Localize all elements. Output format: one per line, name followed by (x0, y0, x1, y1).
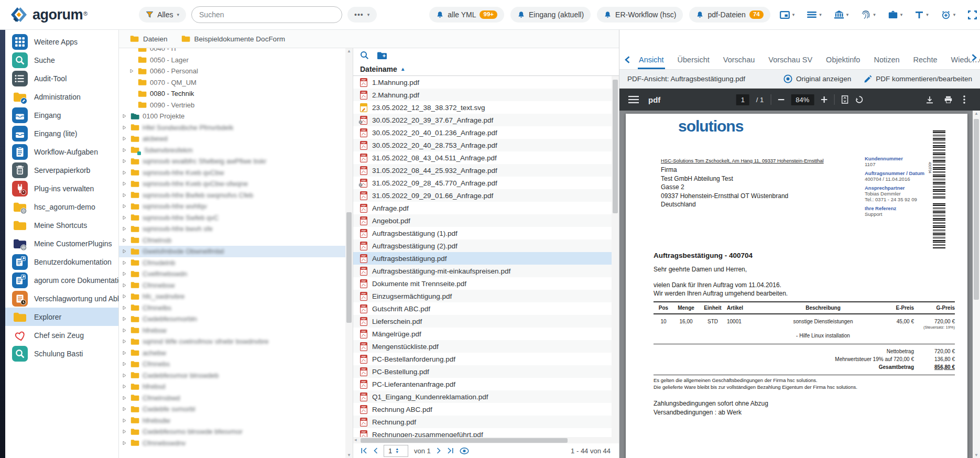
card-button[interactable]: ▾ (780, 11, 795, 19)
expander-icon[interactable] (122, 418, 127, 423)
file-row[interactable]: PDF30.05.2022_20_40_28.753_Anfrage.pdf (353, 139, 612, 151)
file-row[interactable]: PDF31.05.2022_09_28_45.770_Anfrage.pdf (353, 177, 612, 189)
expander-icon[interactable] (122, 283, 127, 288)
tree-item-redacted[interactable]: Cfmelnsbwd (119, 392, 345, 404)
expander-icon[interactable] (122, 384, 127, 389)
file-row[interactable]: PDFAngebot.pdf (353, 214, 612, 227)
tab-vorschau[interactable]: Vorschau (716, 50, 761, 69)
expander-icon[interactable] (122, 396, 127, 400)
pdf-scrollbar[interactable]: ▲ ▼ (973, 111, 980, 458)
alarm-plus-button[interactable]: ▾ (941, 10, 956, 19)
zoom-out-icon[interactable] (778, 99, 784, 101)
path-tab[interactable]: Dateien (123, 30, 175, 48)
sidebar-item-hsc-agorum-demo[interactable]: hsc_agorum-demo (5, 198, 118, 216)
file-row[interactable]: PDF31.05.2022_08_43_04.511_Anfrage.pdf (353, 151, 612, 164)
notification-button[interactable]: pdf-Dateien74 (689, 7, 770, 23)
expander-icon[interactable] (122, 317, 127, 321)
tree-item-redacted[interactable]: sqmnsvb wvalbfrc Sfwlbeig awPfiwe bskr (119, 156, 345, 167)
tree-item-redacted[interactable]: sqmnsvb-hfre Bwfeb swqmofvs Cfeb (119, 190, 345, 201)
tabs-scroll-left-icon[interactable] (623, 56, 632, 63)
file-row[interactable]: PDFMängelrüge.pdf (353, 328, 612, 340)
expander-icon[interactable] (122, 441, 127, 445)
file-row[interactable]: PDFAuftragsbestätigung (2).pdf (353, 239, 612, 252)
next-page-button[interactable] (437, 448, 441, 454)
expander-icon[interactable] (122, 136, 127, 141)
previous-page-button[interactable] (373, 448, 378, 454)
tree-item-redacted[interactable]: Sdwnvbresfekm (119, 145, 345, 156)
expander-icon[interactable] (122, 226, 127, 231)
tree-item[interactable]: 0100 Projekte (119, 111, 345, 122)
rotate-icon[interactable] (855, 95, 863, 104)
sidebar-item-meine-shortcuts[interactable]: Meine Shortcuts (5, 216, 118, 234)
tree-item-redacted[interactable]: hfrebsd (119, 381, 345, 392)
expander-icon[interactable] (122, 373, 127, 378)
file-row[interactable]: PDFEinzugsermächtigung.pdf (353, 290, 612, 302)
briefcase-button[interactable]: ▾ (888, 10, 903, 19)
search-input[interactable] (191, 6, 342, 23)
file-row[interactable]: PDFAuftragsbestätigung.pdf (353, 252, 612, 265)
expander-icon[interactable] (122, 328, 127, 333)
tree-item-redacted[interactable]: sqmnsvb-hfre Kveb qvCbw-sfwqne (119, 178, 345, 190)
search-filter-button[interactable]: Alles ▾ (139, 7, 186, 23)
expander-icon[interactable] (122, 181, 127, 186)
sidebar-item-weitere-apps[interactable]: Weitere Apps (5, 32, 118, 51)
tree-item-redacted[interactable]: Cfmnebs (119, 358, 345, 370)
tree-item-redacted[interactable]: sqmnsvb-hfre Swfeb qvC (119, 212, 345, 224)
file-row[interactable]: PDFRechnung ABC.pdf (353, 403, 612, 416)
expander-icon[interactable] (122, 306, 127, 310)
tree-scrollbar[interactable]: ▲ ▼ (345, 48, 353, 458)
sidebar-item-serverpapierkorb[interactable]: Serverpapierkorb (5, 161, 118, 179)
expander-icon[interactable] (122, 339, 127, 344)
file-row[interactable]: PDFQ1_Eingang_Kundenreklamation.pdf (353, 390, 612, 403)
path-tab[interactable]: Beispieldokumente DocForm (175, 30, 292, 48)
expander-icon[interactable] (129, 69, 135, 73)
fullscreen-button[interactable]: ▾ (968, 10, 980, 19)
expander-icon[interactable] (122, 351, 127, 355)
expander-icon[interactable] (122, 125, 127, 130)
tree-item-redacted[interactable]: alcbewd (119, 133, 345, 145)
expander-icon[interactable] (122, 271, 127, 276)
tab-vorschau-sv[interactable]: Vorschau SV (761, 50, 819, 69)
sidebar-item-chef-sein-zeug[interactable]: Chef sein Zeug (5, 326, 118, 344)
file-row[interactable]: PDFAnfrage.pdf (353, 202, 612, 214)
zoom-in-icon[interactable] (821, 96, 827, 103)
zoom-level[interactable]: 84% (791, 94, 814, 105)
list-lines-button[interactable]: ▾ (807, 11, 822, 18)
expander-icon[interactable] (122, 148, 127, 152)
sidebar-item-benutzerdokumentation[interactable]: Benutzerdokumentation (5, 253, 118, 271)
tab-objektinfo[interactable]: Objektinfo (819, 50, 867, 69)
tree-item-redacted[interactable]: hfrebsw (119, 325, 345, 336)
expander-icon[interactable] (122, 159, 127, 163)
expander-icon[interactable] (122, 215, 127, 220)
file-row[interactable]: PDF1.Mahnung.pdf (353, 76, 612, 89)
file-row[interactable]: PDFGutschrift ABC.pdf (353, 302, 612, 315)
sidebar-item-explorer[interactable]: Explorer (5, 308, 118, 326)
notification-button[interactable]: ER-Workflow (hsc) (597, 7, 683, 23)
watch-view-icon[interactable] (460, 448, 469, 454)
expander-icon[interactable] (122, 407, 127, 411)
notification-button[interactable]: Eingang (aktuell) (510, 7, 591, 23)
last-page-button[interactable] (447, 448, 454, 454)
sidebar-item-workflow-aufgaben[interactable]: Workflow-Aufgaben (5, 143, 118, 161)
search-icon[interactable] (360, 51, 369, 60)
file-row[interactable]: PDF31.05.2022_09_29_01.66_Anfrage.pdf (353, 189, 612, 202)
tree-item-redacted[interactable]: Cfmvdelnb (119, 257, 345, 269)
file-row[interactable]: PDFMengenstückliste.pdf (353, 340, 612, 353)
file-row[interactable]: PDFLieferschein.pdf (353, 315, 612, 328)
tree-item-redacted[interactable]: Cfmnelbs (119, 302, 345, 314)
pdf-menu-icon[interactable] (628, 96, 639, 103)
sidebar-item-audit-tool[interactable]: Audit-Tool (5, 69, 118, 88)
download-icon[interactable] (926, 96, 933, 104)
file-row[interactable]: PDF31.05.2022_08_44_25.932_Anfrage.pdf (353, 164, 612, 177)
expander-icon[interactable] (122, 238, 127, 243)
tree-item[interactable]: 0050 - Lager (119, 54, 345, 66)
tree-item-redacted[interactable]: Cvelfmebswdn (119, 268, 345, 280)
tree-item-redacted[interactable]: Gwelsfmbvde Obwnelfmbd (119, 246, 345, 257)
sidebar-item-eingang-lite-[interactable]: Eingang (lite) (5, 124, 118, 143)
tree-item-redacted[interactable]: achebw (119, 347, 345, 359)
file-row[interactable]: PDFAuftragsbestätigung-mit-einkaufspreis… (353, 265, 612, 277)
sidebar-item-plug-ins-verwalten[interactable]: Plug-ins verwalten (5, 179, 118, 198)
fit-page-icon[interactable] (841, 95, 848, 104)
tree-item[interactable]: 0060 - Personal (119, 66, 345, 77)
more-search-options-button[interactable]: ••• ▾ (347, 7, 377, 23)
